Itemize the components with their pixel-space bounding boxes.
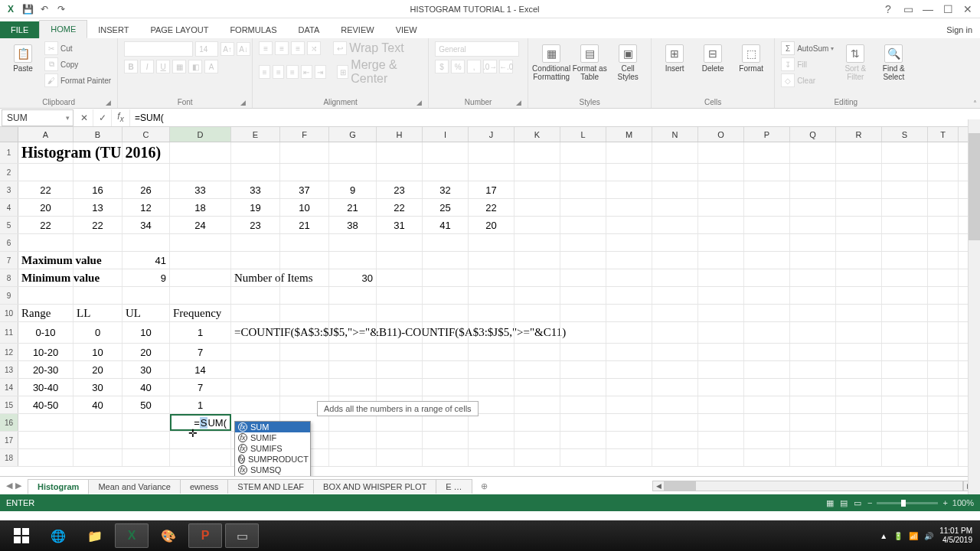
cell[interactable] [329,414,377,431]
formula-autocomplete[interactable]: fxSUMfxSUMIFfxSUMIFSfxSUMPRODUCTfxSUMSQf… [234,421,311,476]
horizontal-scrollbar[interactable] [665,481,963,491]
grow-font-icon[interactable]: A↑ [220,42,234,56]
redo-icon[interactable]: ↷ [55,3,67,15]
cell[interactable]: 22 [469,199,514,216]
cell[interactable] [882,199,928,216]
cell[interactable] [882,287,928,304]
row-header[interactable]: 15 [0,396,18,413]
cell[interactable]: 33 [170,181,231,198]
conditional-formatting-button[interactable]: ▦Conditional Formatting [534,41,568,81]
col-header[interactable]: F [280,127,329,142]
cell[interactable] [469,449,514,466]
cell[interactable]: 9 [329,181,377,198]
percent-icon[interactable]: % [451,60,465,73]
cell[interactable] [170,252,231,269]
cell[interactable] [606,142,652,163]
cell[interactable]: 23 [377,181,423,198]
cell[interactable] [928,199,959,216]
align-top-icon[interactable]: ≡ [259,41,273,55]
cell[interactable] [698,322,744,343]
cell[interactable] [882,181,928,198]
cell[interactable] [698,287,744,304]
cell[interactable]: 13 [74,199,122,216]
cell[interactable]: 10-20 [18,344,74,360]
cell[interactable]: 18 [170,199,231,216]
cell[interactable]: Range [18,305,74,321]
cell[interactable] [377,142,423,163]
cell[interactable] [882,344,928,360]
cell[interactable] [882,234,928,251]
sheet-nav-next-icon[interactable]: ▶ [15,481,21,491]
autocomplete-item[interactable]: fxSUMIFS [235,443,310,454]
cell[interactable] [652,432,698,448]
tray-volume-icon[interactable]: 🔊 [924,532,933,540]
cell[interactable] [514,252,560,269]
cell[interactable] [882,449,928,466]
row-header[interactable]: 12 [0,344,18,360]
cell[interactable]: 10 [122,322,170,343]
row-header[interactable]: 14 [0,379,18,396]
row-header[interactable]: 11 [0,322,18,343]
cell[interactable] [74,252,122,269]
zoom-slider[interactable] [877,502,938,504]
cell[interactable] [122,414,170,431]
cell[interactable] [744,449,790,466]
cell[interactable] [606,252,652,269]
cell[interactable] [882,252,928,269]
cell[interactable] [882,379,928,396]
tab-insert[interactable]: INSERT [87,21,139,38]
cell[interactable] [280,164,329,181]
italic-icon[interactable]: I [140,60,154,73]
cell[interactable] [606,449,652,466]
close-icon[interactable]: ✕ [962,3,974,15]
cell[interactable] [606,269,652,286]
cell[interactable] [928,396,959,413]
cell[interactable] [928,287,959,304]
cell[interactable] [231,361,280,378]
cell[interactable]: 30-40 [18,379,74,396]
cell[interactable] [606,164,652,181]
cell[interactable] [560,217,606,233]
col-header[interactable]: D [170,127,231,142]
cell[interactable] [231,287,280,304]
cell[interactable] [836,217,882,233]
cell[interactable]: LL [74,305,122,321]
cell[interactable] [170,287,231,304]
cell[interactable]: 10 [74,344,122,360]
tab-view[interactable]: VIEW [385,21,428,38]
cell[interactable] [170,142,231,163]
cell[interactable] [560,414,606,431]
cell[interactable] [790,217,836,233]
dec-decimal-icon[interactable]: ←.0 [499,60,513,73]
cell[interactable]: 26 [122,181,170,198]
cell[interactable] [790,287,836,304]
tab-formulas[interactable]: FORMULAS [219,21,287,38]
cell[interactable] [652,287,698,304]
sheet-tab-mean-variance[interactable]: Mean and Variance [88,479,181,494]
cell[interactable] [280,344,329,360]
cell[interactable] [122,164,170,181]
cell[interactable] [652,396,698,413]
cell[interactable]: Maximum value [18,252,74,269]
cell[interactable] [744,432,790,448]
indent-inc-icon[interactable]: ⇥ [315,65,326,79]
tray-up-icon[interactable]: ▲ [880,532,887,540]
row-header[interactable]: 16 [0,414,18,431]
cell[interactable] [836,344,882,360]
cell[interactable] [329,305,377,321]
cell[interactable] [882,164,928,181]
bold-icon[interactable]: B [124,60,138,73]
col-header[interactable]: G [329,127,377,142]
font-size-combo[interactable]: 14 [195,41,218,57]
cell[interactable]: 24 [170,217,231,233]
cell[interactable] [514,305,560,321]
cell[interactable] [836,305,882,321]
border-icon[interactable]: ▦ [172,60,186,73]
col-header[interactable]: S [882,127,928,142]
cell[interactable] [836,361,882,378]
cell[interactable] [790,449,836,466]
cell[interactable] [423,379,469,396]
minimize-icon[interactable]: — [922,3,934,15]
cell[interactable] [18,234,74,251]
cell[interactable] [836,164,882,181]
